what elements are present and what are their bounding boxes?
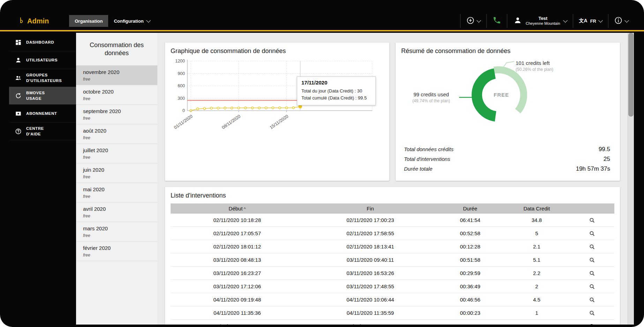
sidebar-item-utilisateurs[interactable]: UTILISATEURS xyxy=(9,51,76,69)
intervention-cell: 04/11/2020 10:06:44 xyxy=(304,293,437,306)
intervention-cell: 00:36:49 xyxy=(437,280,503,293)
topbar-actions: Test Cheyenne Mountain 文A FR xyxy=(460,13,634,29)
user-info: Test Cheyenne Mountain xyxy=(526,16,560,26)
month-item[interactable]: août 2020free xyxy=(76,124,157,144)
sidebar-item-dashboard[interactable]: DASHBOARD xyxy=(9,34,76,51)
month-item[interactable]: juillet 2020free xyxy=(76,144,157,163)
intervention-cell: 04/11/2020 09:19:48 xyxy=(171,293,304,306)
month-label: mai 2020 xyxy=(83,186,157,192)
view-intervention-button[interactable] xyxy=(570,293,614,306)
translate-icon: 文A xyxy=(579,18,587,24)
sidebar-item-bmoves-usage[interactable]: BMOVES USAGE xyxy=(9,87,76,105)
column-header[interactable] xyxy=(570,203,614,214)
month-item[interactable]: mars 2020free xyxy=(76,222,157,241)
chevron-down-icon xyxy=(624,18,629,23)
view-intervention-button[interactable] xyxy=(570,227,614,240)
sidebar-item-abonnement[interactable]: ABONNEMENT xyxy=(9,105,76,122)
intervention-cell: 00:46:56 xyxy=(437,293,503,306)
intervention-cell: 34.8 xyxy=(503,214,570,227)
column-header[interactable]: Fin xyxy=(304,203,437,214)
topbar: Admin Organisation Configuration xyxy=(0,0,644,31)
magnifier-icon xyxy=(589,257,595,262)
info-menu[interactable] xyxy=(608,14,634,28)
intervention-cell: 5.1 xyxy=(503,253,570,267)
month-item[interactable]: mai 2020free xyxy=(76,183,157,202)
main-content: Graphique de consommation de données 030… xyxy=(157,33,628,325)
logo-icon xyxy=(19,16,25,26)
month-label: novembre 2020 xyxy=(83,69,157,75)
table-header-row: Début ^FinDuréeData Credit xyxy=(171,203,614,214)
summary-total-value: 25 xyxy=(604,156,610,163)
month-plan: free xyxy=(83,77,157,82)
summary-total-value: 99.5 xyxy=(599,146,610,153)
chevron-down-icon xyxy=(598,18,603,23)
month-plan: free xyxy=(83,116,157,121)
month-label: septembre 2020 xyxy=(83,108,157,114)
scrollbar-thumb[interactable] xyxy=(628,33,634,117)
app-window: Admin Organisation Configuration xyxy=(0,0,644,327)
month-plan: free xyxy=(83,233,157,238)
intervention-cell: 04/11/2020 11:35:59 xyxy=(304,306,437,320)
intervention-cell: 02/11/2020 18:01:12 xyxy=(171,240,304,253)
top-tabs: Organisation Configuration xyxy=(69,15,155,27)
sidebar: DASHBOARDUTILISATEURSGROUPES D'UTILISATE… xyxy=(0,33,76,325)
language-menu[interactable]: 文A FR xyxy=(573,14,608,28)
summary-total-label: Durée totale xyxy=(404,166,433,172)
view-intervention-button[interactable] xyxy=(570,240,614,253)
intervention-cell: 03/11/2020 08:48:13 xyxy=(171,253,304,267)
summary-total-value: 19h 57m 37s xyxy=(576,165,610,172)
sort-asc-icon: ^ xyxy=(242,207,246,211)
intervention-cell: 02/11/2020 10:18:28 xyxy=(171,214,304,227)
view-intervention-button[interactable] xyxy=(570,306,614,320)
intervention-row: 04/11/2020 09:19:4804/11/2020 10:06:4400… xyxy=(171,293,614,306)
vertical-scrollbar[interactable] xyxy=(628,33,634,325)
intervention-cell: 3.3 xyxy=(503,320,570,325)
usage-icon xyxy=(15,92,22,99)
svg-text:300: 300 xyxy=(178,96,185,101)
intervention-cell: 03/11/2020 09:40:11 xyxy=(304,253,437,267)
intervention-row: 04/11/2020 11:35:3604/11/2020 11:35:5900… xyxy=(171,306,614,320)
chart-area[interactable]: 0300600900120001/11/202008/11/202015/11/… xyxy=(171,58,384,141)
view-intervention-button[interactable] xyxy=(570,320,614,325)
intervention-cell: 00:00:23 xyxy=(437,306,503,320)
month-item[interactable]: février 2020free xyxy=(76,241,157,261)
intervention-cell: 04/11/2020 11:35:36 xyxy=(171,306,304,320)
intervention-cell: 03/11/2020 16:53:26 xyxy=(304,267,437,280)
credits-used-percent: (49.74% of the plan) xyxy=(405,98,458,103)
interventions-card: Liste d'interventions Début ^FinDuréeDat… xyxy=(165,187,620,325)
dashboard-icon xyxy=(15,39,22,46)
tooltip-day-total: Total du jour (Data Credit) : 30 xyxy=(301,88,371,95)
month-label: avril 2020 xyxy=(83,206,157,212)
intervention-cell: 04/11/2020 12:17:54 xyxy=(304,320,437,325)
column-header[interactable]: Début ^ xyxy=(171,203,304,214)
month-item[interactable]: novembre 2020free xyxy=(76,65,157,85)
view-intervention-button[interactable] xyxy=(570,267,614,280)
month-item[interactable]: avril 2020free xyxy=(76,202,157,222)
intervention-cell: 03/11/2020 16:23:27 xyxy=(171,267,304,280)
month-item[interactable]: juin 2020free xyxy=(76,163,157,183)
tab-organisation[interactable]: Organisation xyxy=(69,15,108,27)
month-label: octobre 2020 xyxy=(83,89,157,95)
view-intervention-button[interactable] xyxy=(570,253,614,267)
month-item[interactable]: octobre 2020free xyxy=(76,85,157,105)
column-header[interactable]: Durée xyxy=(437,203,503,214)
summary-totals: Total données crédits99.5Total d'interve… xyxy=(404,146,610,175)
sidebar-item-centre-aide[interactable]: CENTRE D'AIDE xyxy=(9,122,76,140)
chevron-down-icon xyxy=(477,18,481,23)
view-intervention-button[interactable] xyxy=(570,214,614,227)
view-intervention-button[interactable] xyxy=(570,280,614,293)
intervention-cell: 02/11/2020 17:05:57 xyxy=(171,227,304,240)
intervention-cell: 00:12:28 xyxy=(437,240,503,253)
tab-configuration[interactable]: Configuration xyxy=(108,15,155,27)
phone-button[interactable] xyxy=(486,14,507,28)
magnifier-icon xyxy=(589,323,595,325)
intervention-cell: 2.2 xyxy=(503,267,570,280)
intervention-row: 02/11/2020 10:18:2802/11/2020 17:00:2306… xyxy=(171,214,614,227)
sidebar-item-groupes-utilisateurs[interactable]: GROUPES D'UTILISATEURS xyxy=(9,69,76,87)
column-header[interactable]: Data Credit xyxy=(503,203,570,214)
svg-text:600: 600 xyxy=(178,83,185,88)
user-menu[interactable]: Test Cheyenne Mountain xyxy=(507,14,572,28)
group-icon xyxy=(15,75,22,81)
month-item[interactable]: septembre 2020free xyxy=(76,105,157,124)
add-menu-button[interactable] xyxy=(460,14,486,28)
